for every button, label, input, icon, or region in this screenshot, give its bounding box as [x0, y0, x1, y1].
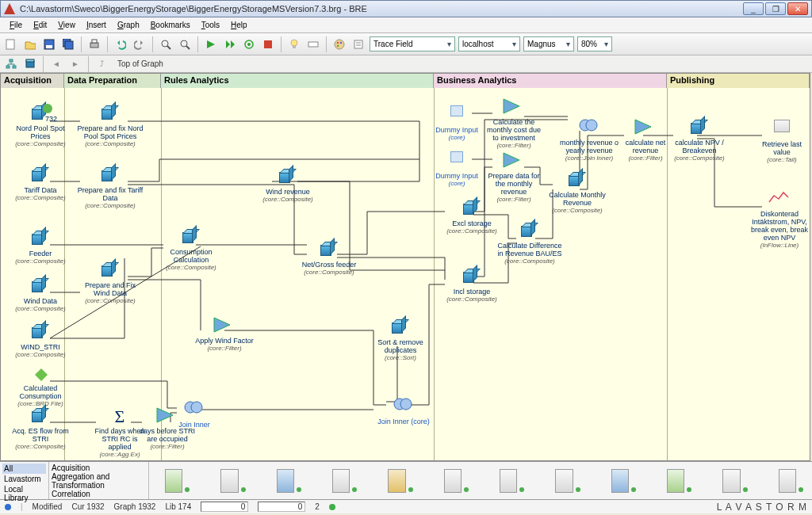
print-button[interactable] [86, 36, 102, 52]
open-button[interactable] [22, 36, 38, 52]
palette-button[interactable] [331, 36, 347, 52]
library-tray[interactable] [149, 462, 812, 499]
menu-bookmarks[interactable]: Bookmarks [146, 19, 195, 31]
node-tariff[interactable]: Tariff Data(core::Composite) [7, 166, 74, 201]
tray-item[interactable] [332, 469, 350, 493]
new-button[interactable] [3, 36, 19, 52]
runsel-button[interactable] [222, 36, 238, 52]
minimize-button[interactable]: _ [743, 2, 764, 15]
node-calc-diff[interactable]: Calculate Difference in Revenue BAU/ES(c… [497, 221, 562, 265]
menu-view[interactable]: View [53, 19, 80, 31]
node-apply-wf[interactable]: Apply Wind Factor(core::Filter) [191, 316, 258, 352]
node-winddata[interactable]: Wind Data(core::Composite) [7, 277, 74, 312]
host-select[interactable]: localhost [458, 36, 520, 52]
node-dummy2[interactable]: Dummy Input(core) [434, 148, 480, 187]
svg-point-12 [247, 43, 251, 46]
node-dummy1[interactable]: Dummy Input(core) [434, 102, 480, 141]
menu-tools[interactable]: Tools [197, 19, 224, 31]
user-select[interactable]: Magnus [523, 36, 574, 52]
node-calccons[interactable]: Calculated Consumption(core::BRD File) [7, 364, 74, 407]
status-field-3: 2 [315, 502, 320, 511]
node-windstri[interactable]: WIND_STRI(core::Composite) [7, 322, 74, 358]
tray-item[interactable] [779, 469, 796, 493]
node-net-rev[interactable]: calculate net revenue(core::Filter) [618, 118, 673, 162]
nav-fwd-button[interactable]: ► [67, 56, 83, 72]
node-joininner2[interactable]: Join Inner (core) [372, 397, 435, 425]
svg-rect-13 [264, 40, 272, 48]
data-icon[interactable] [22, 56, 38, 72]
menu-insert[interactable]: Insert [82, 19, 111, 31]
node-npv[interactable]: calculate NPV / Breakeven(core::Composit… [668, 118, 730, 162]
nav-back-button[interactable]: ◄ [48, 56, 64, 72]
node-my-rev[interactable]: monthly revenue o yearly revenue(core::J… [559, 118, 619, 162]
menu-file[interactable]: File [5, 19, 27, 31]
maximize-button[interactable]: ❐ [765, 2, 786, 15]
tray-item[interactable] [388, 469, 405, 493]
trace-field-select[interactable]: Trace Field [370, 36, 455, 52]
node-prep-nord[interactable]: Prepare and fix Nord Pool Spot Prices(co… [77, 104, 144, 147]
library-category-list[interactable]: Acquisition Aggregation and Transformati… [49, 462, 149, 499]
node-prep-wind[interactable]: Prepare and Fix Wind Data(core::Composit… [77, 261, 144, 304]
tray-item[interactable] [444, 469, 462, 493]
tray-item[interactable] [667, 469, 684, 493]
tray-item[interactable] [555, 469, 573, 493]
tray-item[interactable] [277, 469, 294, 493]
node-nordpool[interactable]: 732 Nord Pool Spot Prices(core::Composit… [7, 104, 74, 147]
graph-canvas[interactable]: Acquisition Data Preparation Rules Analy… [0, 73, 810, 461]
lib-cat-correlation[interactable]: Correlation [52, 490, 146, 498]
lib-scope-local[interactable]: Local Library [2, 484, 46, 503]
zoomout-button[interactable] [177, 36, 193, 52]
debug-button[interactable] [241, 36, 257, 52]
hierarchy-icon[interactable] [3, 56, 19, 72]
lib-cat-acquisition[interactable]: Acquisition [52, 464, 146, 472]
node-button[interactable] [305, 36, 321, 52]
node-cons-calc[interactable]: Consumption Calculation(core::Composite) [158, 227, 224, 271]
svg-point-9 [181, 40, 187, 47]
node-mon-rev[interactable]: Calculate Monthly Revenue(core::Composit… [546, 170, 608, 214]
node-excl[interactable]: Excl storage(core::Composite) [442, 199, 502, 235]
save-button[interactable] [41, 36, 57, 52]
node-netfeeder[interactable]: Net/Gross feeder(core::Composite) [296, 240, 362, 276]
close-button[interactable]: ✕ [787, 2, 808, 15]
node-joininner1[interactable]: Join Inner [170, 400, 218, 429]
stop-button[interactable] [260, 36, 276, 52]
run-button[interactable] [203, 36, 219, 52]
tray-item[interactable] [220, 469, 238, 493]
node-calc-mcost[interactable]: Calculate the monthly cost due to invest… [483, 97, 545, 149]
node-wind-rev[interactable]: Wind revenue(core::Composite) [255, 167, 321, 203]
svg-line-10 [186, 46, 190, 49]
node-prep-tariff[interactable]: Prepare and fix Tariff Data(core::Compos… [77, 166, 144, 209]
node-acqes[interactable]: Acq. ES flow from STRI(core::Composite) [7, 406, 74, 450]
brand-logo: L A V A S T O R M [717, 502, 807, 513]
node-feeder[interactable]: Feeder(core::Composite) [7, 229, 74, 265]
redo-button[interactable] [132, 36, 147, 52]
node-prep-mrev[interactable]: Prepare data for the monthly revenue(cor… [483, 151, 545, 203]
tray-item[interactable] [165, 469, 182, 493]
status-dot-green [329, 504, 335, 510]
undo-button[interactable] [113, 36, 128, 52]
app-icon [4, 3, 15, 14]
saveall-button[interactable] [60, 36, 76, 52]
node-sortdup[interactable]: Sort & remove duplicates(core::Sort) [369, 318, 432, 361]
lib-scope-all[interactable]: All [2, 464, 46, 474]
tray-item[interactable] [722, 469, 740, 493]
tray-item[interactable] [500, 469, 517, 493]
node-retrieve[interactable]: Retrieve last value(core::Tail) [756, 118, 808, 163]
svg-point-18 [337, 41, 339, 43]
breadcrumb: Top of Graph [117, 59, 163, 68]
menu-edit[interactable]: Edit [29, 19, 52, 31]
tray-item[interactable] [611, 469, 629, 493]
lib-scope-lavastorm[interactable]: Lavastorm [2, 474, 46, 484]
nav-up-button[interactable]: ⤴ [94, 56, 109, 72]
node-diskont[interactable]: Diskonterad Intäktstrom, NPV, break even… [748, 189, 811, 249]
menu-graph[interactable]: Graph [113, 19, 144, 31]
lib-cat-aggregation[interactable]: Aggregation and Transformation [52, 472, 146, 490]
zoom-select[interactable]: 80% [577, 36, 612, 52]
menu-help[interactable]: Help [226, 19, 252, 31]
library-scope-list[interactable]: All Lavastorm Local Library [0, 462, 49, 499]
svg-point-17 [335, 40, 344, 49]
lightbulb-button[interactable] [286, 36, 302, 52]
node-incl[interactable]: Incl storage(core::Composite) [442, 267, 502, 303]
zoomin-button[interactable] [158, 36, 174, 52]
settings-button[interactable] [350, 36, 366, 52]
